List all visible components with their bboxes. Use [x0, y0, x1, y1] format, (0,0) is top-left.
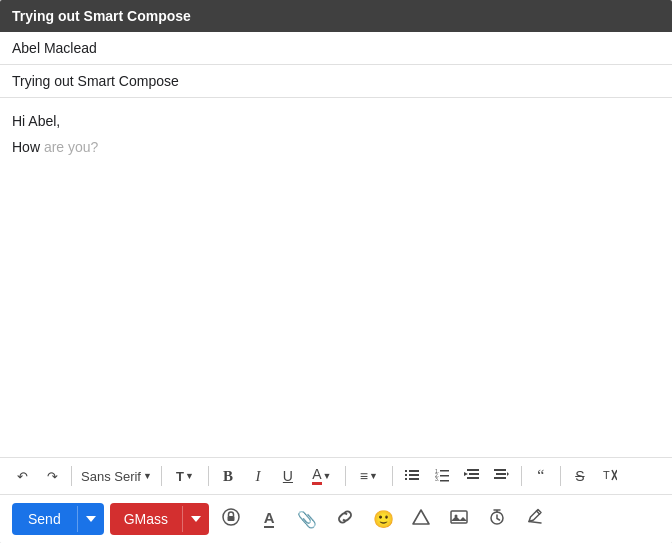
formatting-toolbar: ↶ ↷ Sans Serif ▼ T ▼ B — [0, 458, 672, 495]
edit-icon — [526, 508, 544, 530]
separator-5 — [392, 466, 393, 486]
drive-button[interactable] — [405, 503, 437, 535]
schedule-icon — [488, 508, 506, 530]
underline-button[interactable]: U — [274, 462, 302, 490]
text-color-icon: A — [312, 467, 321, 485]
svg-rect-17 — [496, 473, 506, 475]
strikethrough-button[interactable]: S — [566, 462, 594, 490]
attach-button[interactable]: 📎 — [291, 503, 323, 535]
indent-less-button[interactable] — [458, 462, 486, 490]
ordered-list-button[interactable]: 1. 2. 3. — [428, 462, 456, 490]
italic-icon: I — [255, 468, 260, 485]
quote-icon: “ — [537, 467, 544, 485]
send-dropdown-arrow[interactable] — [77, 506, 104, 532]
insert-photo-button[interactable] — [443, 503, 475, 535]
remove-format-button[interactable]: T — [596, 462, 624, 490]
svg-rect-5 — [409, 478, 419, 480]
svg-rect-2 — [405, 474, 407, 476]
svg-marker-15 — [464, 472, 468, 476]
text-format-icon: A — [264, 510, 275, 528]
link-icon — [336, 508, 354, 530]
svg-marker-19 — [507, 472, 509, 476]
drive-icon — [412, 508, 430, 530]
subject-value: Trying out Smart Compose — [12, 73, 179, 89]
insert-link-button[interactable] — [329, 503, 361, 535]
schedule-button[interactable] — [481, 503, 513, 535]
quote-button[interactable]: “ — [527, 462, 555, 490]
svg-rect-16 — [494, 469, 506, 471]
gmass-button[interactable]: GMass — [110, 503, 209, 535]
redo-button[interactable]: ↷ — [38, 462, 66, 490]
svg-marker-24 — [191, 516, 201, 522]
align-button[interactable]: ≡ ▼ — [351, 462, 387, 490]
gmass-label: GMass — [110, 503, 182, 535]
svg-rect-13 — [469, 473, 479, 475]
text-size-arrow-icon: ▼ — [185, 471, 194, 481]
confidential-icon — [222, 508, 240, 530]
indent-more-icon — [494, 468, 509, 485]
text-size-button[interactable]: T ▼ — [167, 462, 203, 490]
text-size-icon: T — [176, 469, 184, 484]
gmass-chevron-down-icon — [191, 514, 201, 524]
align-arrow-icon: ▼ — [369, 471, 378, 481]
to-value: Abel Maclead — [12, 40, 97, 56]
svg-marker-23 — [86, 516, 96, 522]
strikethrough-icon: S — [575, 468, 584, 484]
svg-rect-1 — [409, 470, 419, 472]
emoji-button[interactable]: 🙂 — [367, 503, 399, 535]
svg-rect-14 — [467, 477, 479, 479]
bold-icon: B — [223, 468, 233, 485]
italic-button[interactable]: I — [244, 462, 272, 490]
email-body[interactable]: Hi Abel, How are you? — [0, 98, 672, 457]
toolbar-area: ↶ ↷ Sans Serif ▼ T ▼ B — [0, 457, 672, 543]
photo-icon — [450, 508, 468, 530]
svg-rect-12 — [467, 469, 479, 471]
font-selector[interactable]: Sans Serif ▼ — [77, 467, 156, 486]
text-format-button[interactable]: A — [253, 503, 285, 535]
ordered-list-icon: 1. 2. 3. — [435, 468, 449, 485]
separator-7 — [560, 466, 561, 486]
unordered-list-button[interactable] — [398, 462, 426, 490]
body-line-1: Hi Abel, — [12, 110, 660, 132]
send-label: Send — [12, 503, 77, 535]
svg-rect-11 — [440, 480, 449, 482]
redo-icon: ↷ — [47, 469, 58, 484]
separator-1 — [71, 466, 72, 486]
svg-marker-27 — [413, 510, 429, 524]
send-button[interactable]: Send — [12, 503, 104, 535]
undo-button[interactable]: ↶ — [8, 462, 36, 490]
send-chevron-down-icon — [86, 514, 96, 524]
compose-window: Trying out Smart Compose Abel Maclead Tr… — [0, 0, 672, 543]
svg-rect-9 — [440, 475, 449, 477]
svg-rect-18 — [494, 477, 506, 479]
unordered-list-icon — [405, 468, 419, 485]
separator-3 — [208, 466, 209, 486]
font-dropdown-arrow: ▼ — [143, 471, 152, 481]
svg-rect-28 — [451, 511, 467, 523]
body-greeting: Hi Abel, — [12, 113, 60, 129]
edit-button[interactable] — [519, 503, 551, 535]
body-line-2: How are you? — [12, 136, 660, 158]
separator-4 — [345, 466, 346, 486]
svg-rect-0 — [405, 470, 407, 472]
bold-button[interactable]: B — [214, 462, 242, 490]
separator-2 — [161, 466, 162, 486]
svg-rect-7 — [440, 470, 449, 472]
indent-more-button[interactable] — [488, 462, 516, 490]
svg-rect-3 — [409, 474, 419, 476]
window-title: Trying out Smart Compose — [12, 8, 191, 24]
gmass-dropdown-arrow[interactable] — [182, 506, 209, 532]
title-bar: Trying out Smart Compose — [0, 0, 672, 32]
emoji-icon: 🙂 — [373, 509, 394, 530]
attach-icon: 📎 — [297, 510, 317, 529]
svg-rect-26 — [228, 516, 235, 521]
to-field-row[interactable]: Abel Maclead — [0, 32, 672, 65]
font-name-label: Sans Serif — [81, 469, 141, 484]
subject-field-row[interactable]: Trying out Smart Compose — [0, 65, 672, 98]
align-icon: ≡ — [360, 468, 368, 484]
svg-text:T: T — [603, 469, 610, 481]
smart-compose-suggestion: are you? — [44, 139, 98, 155]
confidential-button[interactable] — [215, 503, 247, 535]
separator-6 — [521, 466, 522, 486]
text-color-button[interactable]: A ▼ — [304, 462, 340, 490]
